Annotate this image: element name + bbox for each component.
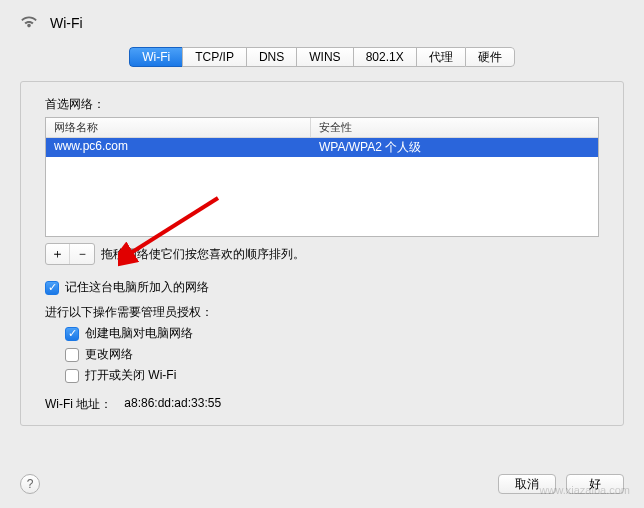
wifi-icon [18, 12, 40, 33]
remember-label: 记住这台电脑所加入的网络 [65, 279, 209, 296]
footer: ? 取消 好 [20, 474, 624, 494]
help-button[interactable]: ? [20, 474, 40, 494]
table-row[interactable]: www.pc6.com WPA/WPA2 个人级 [46, 138, 598, 157]
create-network-checkbox[interactable]: ✓ [65, 327, 79, 341]
add-button[interactable]: ＋ [46, 244, 70, 264]
ok-button[interactable]: 好 [566, 474, 624, 494]
networks-table[interactable]: 网络名称 安全性 www.pc6.com WPA/WPA2 个人级 [45, 117, 599, 237]
toggle-wifi-checkbox[interactable] [65, 369, 79, 383]
add-remove-group: ＋ － [45, 243, 95, 265]
remember-checkbox[interactable]: ✓ [45, 281, 59, 295]
remove-button[interactable]: － [70, 244, 94, 264]
settings-panel: 首选网络： 网络名称 安全性 www.pc6.com WPA/WPA2 个人级 … [20, 81, 624, 426]
header: Wi-Fi [0, 0, 644, 41]
cell-security: WPA/WPA2 个人级 [311, 138, 598, 157]
preferred-networks-label: 首选网络： [45, 96, 599, 113]
tabbar: Wi-Fi TCP/IP DNS WINS 802.1X 代理 硬件 [0, 47, 644, 67]
change-network-label: 更改网络 [85, 346, 133, 363]
drag-hint: 拖移网络使它们按您喜欢的顺序排列。 [101, 246, 305, 263]
tab-proxy[interactable]: 代理 [416, 47, 465, 67]
page-title: Wi-Fi [50, 15, 83, 31]
tab-8021x[interactable]: 802.1X [353, 47, 416, 67]
cell-network-name: www.pc6.com [46, 138, 311, 157]
toggle-wifi-label: 打开或关闭 Wi-Fi [85, 367, 176, 384]
wifi-address-label: Wi-Fi 地址： [45, 396, 112, 413]
change-network-checkbox[interactable] [65, 348, 79, 362]
tab-tcpip[interactable]: TCP/IP [182, 47, 246, 67]
tab-wifi[interactable]: Wi-Fi [129, 47, 182, 67]
col-network-name: 网络名称 [46, 118, 311, 137]
tab-dns[interactable]: DNS [246, 47, 296, 67]
table-header: 网络名称 安全性 [46, 118, 598, 138]
admin-auth-label: 进行以下操作需要管理员授权： [45, 304, 599, 321]
col-security: 安全性 [311, 118, 598, 137]
tab-hardware[interactable]: 硬件 [465, 47, 515, 67]
wifi-address-value: a8:86:dd:ad:33:55 [124, 396, 221, 413]
cancel-button[interactable]: 取消 [498, 474, 556, 494]
create-network-label: 创建电脑对电脑网络 [85, 325, 193, 342]
tab-wins[interactable]: WINS [296, 47, 352, 67]
